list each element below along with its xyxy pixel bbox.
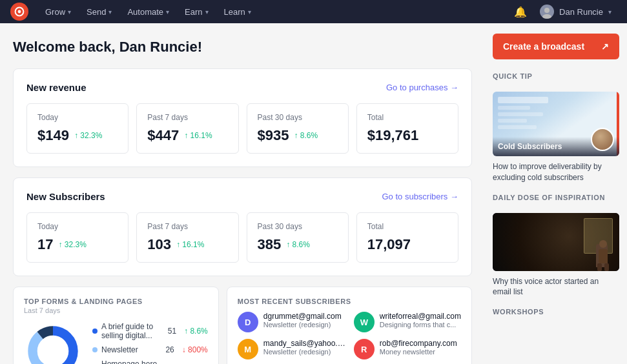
legend-item: A brief guide to selling digital... 51 ↑… <box>92 322 208 340</box>
top-forms-panel: TOP FORMS & LANDING PAGES Last 7 days A … <box>13 287 219 364</box>
svg-rect-10 <box>498 112 543 116</box>
subscriber-stat-card: Today 17 ↑ 32.3% <box>26 212 128 263</box>
revenue-section: New revenue Go to purchases → Today $149… <box>13 68 472 167</box>
stat-label: Today <box>37 113 118 122</box>
user-menu[interactable]: Dan Runcie ▾ <box>535 2 617 21</box>
subscriber-avatar: R <box>354 339 375 359</box>
svg-rect-11 <box>498 119 527 123</box>
top-forms-title: TOP FORMS & LANDING PAGES <box>24 298 208 305</box>
recent-subscribers-panel: MOST RECENT SUBSCRIBERS D dgrummet@gmail… <box>227 287 472 364</box>
svg-point-2 <box>544 8 550 13</box>
subscriber-info: rob@firecompany.com Money newsletter <box>380 339 457 356</box>
subscriber-avatar: D <box>238 312 258 332</box>
legend-count: 51 <box>168 327 176 336</box>
stat-label: Past 30 days <box>258 113 338 122</box>
stat-value: 17,097 <box>367 236 447 253</box>
chevron-down-icon: ▾ <box>608 8 612 15</box>
main-content: Welcome back, Dan Runcie! New revenue Go… <box>0 23 485 364</box>
subscriber-item: R rob@firecompany.com Money newsletter <box>354 339 461 359</box>
subscriber-stat-card: Past 7 days 103 ↑ 16.1% <box>136 212 238 263</box>
revenue-stat-card: Total $19,761 <box>356 103 458 154</box>
quick-tip-title: QUICK TIP <box>493 72 619 80</box>
svg-point-7 <box>38 336 68 364</box>
subscriber-type: Newsletter (redesign) <box>263 348 347 356</box>
chevron-down-icon: ▾ <box>108 8 112 15</box>
revenue-stat-card: Past 30 days $935 ↑ 8.6% <box>247 103 349 154</box>
subscriber-email: rob@firecompany.com <box>380 339 457 348</box>
legend-name: A brief guide to selling digital... <box>101 322 164 340</box>
svg-rect-16 <box>604 263 609 271</box>
avatar <box>540 5 554 19</box>
revenue-title: New revenue <box>26 82 87 93</box>
daily-inspiration-title: DAILY DOSE OF INSPIRATION <box>493 194 619 201</box>
tip-description: How to improve deliverability by excludi… <box>493 161 619 183</box>
legend-count: 26 <box>165 345 174 354</box>
subscriber-avatar: M <box>238 339 258 359</box>
stat-label: Past 30 days <box>258 222 338 231</box>
legend-change: ↓ 800% <box>182 345 208 354</box>
create-broadcast-button[interactable]: Create a broadcast ↗ <box>493 34 619 59</box>
subscriber-item: W writeforreal@gmail.com Designing forms… <box>354 312 461 332</box>
legend-dot <box>92 329 98 334</box>
nav-learn[interactable]: Learn ▾ <box>218 5 258 19</box>
stat-change: ↑ 16.1% <box>184 131 212 140</box>
chevron-down-icon: ▾ <box>68 8 71 15</box>
subscriber-grid: D dgrummet@gmail.com Newsletter (redesig… <box>238 312 461 364</box>
subscriber-type: Designing forms that c... <box>380 321 461 329</box>
subscriber-info: mandy_sails@yahoo.com Newsletter (redesi… <box>263 339 347 356</box>
svg-point-1 <box>18 10 21 14</box>
subscriber-stat-card: Past 30 days 385 ↑ 8.6% <box>247 212 349 263</box>
stat-change: ↑ 8.6% <box>294 131 318 140</box>
chevron-down-icon: ▾ <box>248 8 251 15</box>
stat-value: $149 ↑ 32.3% <box>37 127 118 144</box>
revenue-stats-row: Today $149 ↑ 32.3% Past 7 days $447 ↑ 16… <box>26 103 458 154</box>
go-to-subscribers-link[interactable]: Go to subscribers → <box>382 192 459 201</box>
subscribers-header: New Subscribers Go to subscribers → <box>26 191 458 202</box>
app-logo[interactable] <box>10 3 28 21</box>
subscriber-info: writeforreal@gmail.com Designing forms t… <box>380 312 461 329</box>
subscribers-title: New Subscribers <box>26 191 105 202</box>
notification-bell[interactable]: 🔔 <box>509 3 532 21</box>
revenue-header: New revenue Go to purchases → <box>26 82 458 93</box>
legend-item: Newsletter 26 ↓ 800% <box>92 345 208 354</box>
svg-point-3 <box>542 14 551 19</box>
stat-label: Past 7 days <box>147 222 227 231</box>
navbar: Grow ▾ Send ▾ Automate ▾ Earn ▾ Learn ▾ … <box>0 0 627 23</box>
svg-rect-9 <box>498 106 530 110</box>
nav-grow[interactable]: Grow ▾ <box>39 5 77 19</box>
stat-value: 385 ↑ 8.6% <box>258 236 338 253</box>
revenue-stat-card: Today $149 ↑ 32.3% <box>26 103 128 154</box>
stat-label: Total <box>367 222 447 231</box>
nav-earn[interactable]: Earn ▾ <box>178 5 214 19</box>
revenue-stat-card: Past 7 days $447 ↑ 16.1% <box>136 103 238 154</box>
chevron-down-icon: ▾ <box>166 8 169 15</box>
stat-value: $447 ↑ 16.1% <box>147 127 227 144</box>
subscriber-email: writeforreal@gmail.com <box>380 312 461 321</box>
stat-change: ↑ 32.3% <box>58 240 86 249</box>
legend-name: Homepage hero signup <box>101 359 170 364</box>
stat-change: ↑ 16.1% <box>176 240 204 249</box>
stat-label: Total <box>367 113 447 122</box>
stat-value: $935 ↑ 8.6% <box>258 127 338 144</box>
inspiration-image <box>493 213 619 271</box>
subscriber-avatar: W <box>354 312 375 332</box>
tip-image: Cold Subscribers <box>493 92 619 156</box>
svg-rect-12 <box>498 125 537 129</box>
stat-value: 103 ↑ 16.1% <box>147 236 227 253</box>
stat-change: ↑ 32.3% <box>74 131 102 140</box>
svg-rect-14 <box>599 249 608 263</box>
external-link-icon: ↗ <box>601 41 609 52</box>
subscriber-item: M mandy_sails@yahoo.com Newsletter (rede… <box>238 339 347 359</box>
legend-dot <box>92 347 98 352</box>
workshops-title: WORKSHOPS <box>493 308 619 316</box>
subscribers-stats-row: Today 17 ↑ 32.3% Past 7 days 103 ↑ 16.1%… <box>26 212 458 263</box>
nav-send[interactable]: Send ▾ <box>80 5 118 19</box>
legend-item: Homepage hero signup 10 ↑ 1% <box>92 359 208 364</box>
subscribers-section: New Subscribers Go to subscribers → Toda… <box>13 177 472 276</box>
daily-description: Why this voice actor started an email li… <box>493 276 619 298</box>
legend-items: A brief guide to selling digital... 51 ↑… <box>92 322 208 364</box>
subscriber-item: D dgrummet@gmail.com Newsletter (redesig… <box>238 312 347 332</box>
nav-automate[interactable]: Automate ▾ <box>121 5 176 19</box>
stat-value: $19,761 <box>367 127 447 144</box>
go-to-purchases-link[interactable]: Go to purchases → <box>386 83 458 92</box>
